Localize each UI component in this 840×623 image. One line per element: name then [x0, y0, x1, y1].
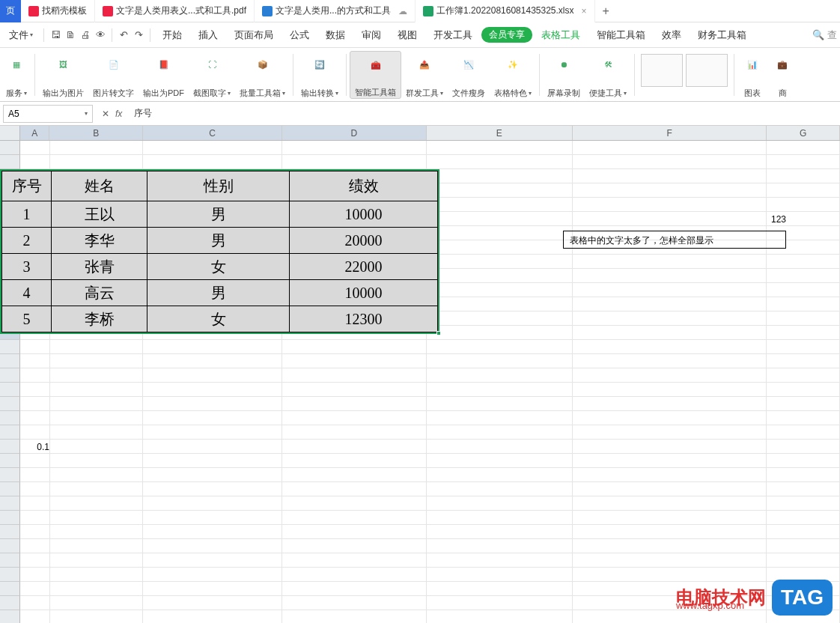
watermark-tag: TAG: [772, 580, 833, 616]
file-menu[interactable]: 文件▾: [3, 28, 39, 42]
menu-dev[interactable]: 开发工具: [426, 28, 480, 42]
ribbon-screenshot[interactable]: ⛶截图取字▾: [189, 51, 235, 99]
ribbon-service[interactable]: ▦服务▾: [1, 51, 31, 99]
home-tab[interactable]: 页: [0, 0, 21, 22]
formula-input[interactable]: 序号: [128, 107, 840, 120]
menu-view[interactable]: 视图: [390, 28, 424, 42]
cell[interactable]: 李华: [52, 228, 147, 254]
save-icon[interactable]: 🖫: [49, 28, 62, 42]
menu-data[interactable]: 数据: [318, 28, 353, 42]
col-header-g[interactable]: G: [767, 126, 840, 140]
ribbon-ocr[interactable]: 📄图片转文字: [88, 51, 139, 99]
col-header-a[interactable]: A: [20, 126, 49, 140]
select-all-corner[interactable]: [0, 126, 20, 140]
tab-word[interactable]: 文字是人类用...的方式和工具 ☁: [255, 0, 416, 22]
ribbon-convert[interactable]: 🔄输出转换▾: [296, 51, 343, 99]
ribbon-smart-toolbox[interactable]: 🧰智能工具箱: [350, 51, 401, 99]
cell[interactable]: 2: [2, 228, 52, 254]
col-header-b[interactable]: B: [49, 126, 143, 140]
broadcast-icon: 📤: [414, 54, 435, 75]
tab-template[interactable]: 找稻壳模板: [21, 0, 95, 22]
menu-table-tools[interactable]: 表格工具: [534, 28, 588, 42]
tab-pdf[interactable]: 文字是人类用表义...式和工具.pdf: [95, 0, 255, 22]
pdf-icon: [103, 6, 113, 16]
thumb-2[interactable]: [686, 54, 728, 87]
menu-review[interactable]: 审阅: [354, 28, 389, 42]
watermark: 电脑技术网 www.tagxp.com TAG: [676, 580, 833, 616]
add-tab-button[interactable]: +: [595, 4, 617, 18]
cell[interactable]: 男: [147, 228, 290, 254]
cell[interactable]: 张青: [52, 254, 147, 280]
menu-insert[interactable]: 插入: [191, 28, 225, 42]
ribbon-features[interactable]: ✨表格特色▾: [490, 51, 536, 99]
col-header-e[interactable]: E: [427, 126, 573, 140]
print-icon[interactable]: 🖨: [79, 28, 92, 42]
cell[interactable]: 10000: [290, 201, 438, 228]
ribbon-export-image[interactable]: 🖼输出为图片: [38, 51, 88, 99]
col-header-c[interactable]: C: [143, 126, 281, 140]
menu-finance[interactable]: 财务工具箱: [690, 28, 754, 42]
separator: [43, 28, 44, 42]
menu-layout[interactable]: 页面布局: [227, 28, 281, 42]
template-thumbnails[interactable]: [638, 51, 731, 90]
cell-value-123[interactable]: 123: [764, 214, 786, 225]
header-seq[interactable]: 序号: [2, 171, 52, 201]
cell[interactable]: 女: [147, 306, 290, 332]
document-tabs: 页 找稻壳模板 文字是人类用表义...式和工具.pdf 文字是人类用...的方式…: [0, 0, 840, 22]
cell[interactable]: 李桥: [52, 306, 147, 332]
cloud-icon: ☁: [398, 6, 407, 16]
menu-vip[interactable]: 会员专享: [481, 27, 532, 43]
ribbon-broadcast[interactable]: 📤群发工具▾: [401, 51, 448, 99]
menu-efficiency[interactable]: 效率: [654, 28, 689, 42]
tab-label: 找稻壳模板: [42, 4, 87, 17]
chevron-down-icon: ▾: [624, 90, 627, 97]
search-box[interactable]: 🔍查: [812, 28, 837, 42]
col-header-d[interactable]: D: [282, 126, 427, 140]
formula-bar: A5 ▾ ✕ fx 序号: [0, 102, 840, 126]
cell[interactable]: 1: [2, 201, 52, 228]
cell[interactable]: 5: [2, 306, 52, 332]
chevron-down-icon: ▾: [335, 90, 338, 97]
header-perf[interactable]: 绩效: [290, 171, 438, 201]
ribbon-compress[interactable]: 📉文件瘦身: [448, 51, 490, 99]
header-name[interactable]: 姓名: [52, 171, 147, 201]
ribbon-record[interactable]: ⏺屏幕录制: [543, 51, 585, 99]
tab-spreadsheet-active[interactable]: 工作簿1.20220816081435325.xlsx ×: [416, 0, 594, 22]
cell[interactable]: 男: [147, 201, 290, 228]
ribbon-quick-tools[interactable]: 🛠便捷工具▾: [585, 51, 631, 99]
thumb-1[interactable]: [641, 54, 683, 87]
preview-icon[interactable]: 👁: [94, 28, 107, 42]
cell[interactable]: 22000: [290, 254, 438, 280]
close-icon[interactable]: ×: [582, 6, 587, 16]
ribbon-export-pdf[interactable]: 📕输出为PDF: [139, 51, 189, 99]
undo-icon[interactable]: ↶: [117, 28, 130, 42]
cell[interactable]: 王以: [52, 201, 147, 228]
name-box[interactable]: A5 ▾: [3, 105, 93, 123]
cell[interactable]: 高云: [52, 280, 147, 306]
ribbon-chart[interactable]: 📊图表: [737, 51, 767, 99]
cell[interactable]: 3: [2, 254, 52, 280]
sheet-icon: [423, 6, 433, 16]
ribbon-business[interactable]: 💼商: [767, 51, 797, 99]
selection-handle[interactable]: [436, 331, 441, 335]
cell[interactable]: 4: [2, 280, 52, 306]
col-header-f[interactable]: F: [573, 126, 767, 140]
separator: [34, 54, 35, 96]
cell-value-01[interactable]: 0.1: [31, 442, 49, 452]
menu-start[interactable]: 开始: [155, 28, 189, 42]
menu-smart-toolbox[interactable]: 智能工具箱: [589, 28, 653, 42]
save-as-icon[interactable]: 🗎: [64, 28, 77, 42]
cell[interactable]: 20000: [290, 228, 438, 254]
redo-icon[interactable]: ↷: [132, 28, 145, 42]
cell[interactable]: 12300: [290, 306, 438, 332]
cell[interactable]: 10000: [290, 280, 438, 306]
header-gender[interactable]: 性别: [147, 171, 290, 201]
note-box[interactable]: 表格中的文字太多了，怎样全部显示: [563, 231, 786, 249]
separator: [634, 54, 635, 96]
ribbon-batch[interactable]: 📦批量工具箱▾: [235, 51, 290, 99]
cell[interactable]: 男: [147, 280, 290, 306]
cell[interactable]: 女: [147, 254, 290, 280]
cancel-icon[interactable]: ✕: [102, 109, 109, 119]
menu-formula[interactable]: 公式: [282, 28, 317, 42]
fx-icon[interactable]: fx: [115, 109, 122, 119]
